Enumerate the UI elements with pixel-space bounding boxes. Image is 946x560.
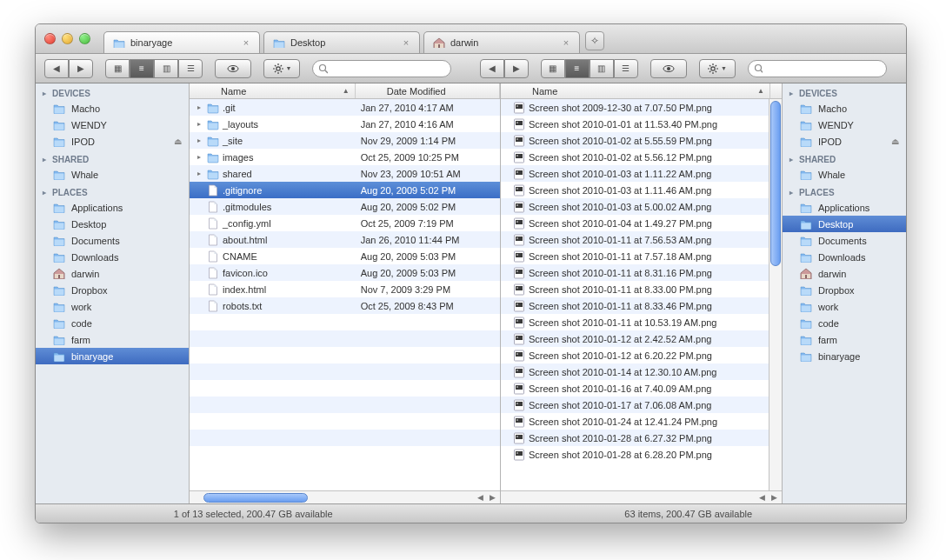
file-row[interactable]: Screen shot 2010-01-04 at 1.49.27 PM.png [501, 215, 769, 231]
search-field-right[interactable] [748, 60, 887, 77]
sidebar-section-places[interactable]: PLACES [36, 183, 189, 199]
file-row[interactable]: Screen shot 2010-01-01 at 11.53.40 PM.pn… [501, 116, 769, 132]
hscroll-left-arrow-right[interactable]: ◀ [756, 492, 768, 503]
column-header-name[interactable]: Name [190, 83, 356, 98]
new-tab-button[interactable]: ✧ [585, 31, 604, 50]
zoom-window-button[interactable] [79, 33, 90, 44]
forward-button[interactable]: ▶ [69, 59, 93, 78]
hscrollbar-left[interactable]: ◀▶ [190, 490, 500, 503]
sidebar-item-wendy[interactable]: WENDY [36, 117, 189, 133]
file-row[interactable]: Screen shot 2010-01-03 at 1.11.46 AM.png [501, 182, 769, 198]
sidebar-item-whale[interactable]: Whale [783, 166, 906, 183]
file-row[interactable]: Screen shot 2010-01-12 at 6.20.22 PM.png [501, 347, 769, 363]
quicklook-button-right[interactable] [650, 59, 687, 78]
sidebar-item-applications[interactable]: Applications [783, 199, 906, 216]
search-input-right[interactable] [766, 63, 880, 74]
file-row[interactable]: Screen shot 2010-01-11 at 8.33.00 PM.png [501, 281, 769, 297]
file-row[interactable]: CNAMEAug 20, 2009 5:03 PM [190, 248, 500, 264]
file-row[interactable]: Screen shot 2010-01-17 at 7.06.08 AM.png [501, 397, 769, 413]
tab-darwin[interactable]: darwin× [423, 31, 580, 53]
file-row[interactable]: Screen shot 2010-01-16 at 7.40.09 AM.png [501, 380, 769, 397]
file-row[interactable]: Screen shot 2010-01-28 at 6.27.32 PM.png [501, 430, 769, 446]
view-list-button-right[interactable]: ≡ [565, 59, 590, 78]
tab-desktop[interactable]: Desktop× [263, 31, 420, 53]
file-row[interactable]: Screen shot 2010-01-02 at 5.55.59 PM.png [501, 132, 769, 149]
file-row[interactable]: favicon.icoAug 20, 2009 5:03 PM [190, 264, 500, 281]
view-coverflow-button[interactable]: ☰ [178, 59, 203, 78]
view-coverflow-button-right[interactable]: ☰ [614, 59, 638, 78]
file-row[interactable]: ▸_siteNov 29, 2009 1:14 PM [190, 132, 500, 149]
sidebar-item-desktop[interactable]: Desktop [36, 216, 189, 232]
file-row[interactable]: Screen shot 2010-01-28 at 6.28.20 PM.png [501, 446, 769, 463]
file-row[interactable]: Screen shot 2010-01-02 at 5.56.12 PM.png [501, 149, 769, 165]
sidebar-item-work[interactable]: work [783, 298, 906, 315]
sidebar-item-binaryage[interactable]: binaryage [783, 348, 906, 364]
file-row[interactable]: Screen shot 2009-12-30 at 7.07.50 PM.png [501, 99, 769, 116]
file-row[interactable]: Screen shot 2010-01-03 at 5.00.02 AM.png [501, 198, 769, 215]
sidebar-item-binaryage[interactable]: binaryage [36, 348, 189, 364]
file-row[interactable]: robots.txtOct 25, 2009 8:43 PM [190, 297, 500, 314]
hscroll-left-arrow[interactable]: ◀ [474, 492, 486, 503]
sidebar-item-work[interactable]: work [36, 298, 189, 315]
sidebar-item-applications[interactable]: Applications [36, 199, 189, 216]
vscroll-thumb[interactable] [770, 101, 781, 266]
eject-icon[interactable]: ⏏ [174, 137, 182, 146]
column-header-date-modified[interactable]: Date Modified [356, 83, 500, 98]
sidebar-item-macho[interactable]: Macho [783, 100, 906, 117]
tab-close-button[interactable]: × [400, 37, 412, 49]
file-row[interactable]: ▸imagesOct 25, 2009 10:25 PM [190, 149, 500, 165]
disclosure-triangle[interactable]: ▸ [195, 120, 203, 128]
view-icons-button-right[interactable]: ▦ [541, 59, 565, 78]
file-row[interactable]: Screen shot 2010-01-11 at 7.56.53 AM.png [501, 231, 769, 248]
hscroll-thumb[interactable] [203, 493, 308, 503]
sidebar-section-devices[interactable]: DEVICES [783, 83, 906, 100]
file-row[interactable]: Screen shot 2010-01-24 at 12.41.24 PM.pn… [501, 413, 769, 430]
disclosure-triangle[interactable]: ▸ [195, 103, 203, 111]
sidebar-item-downloads[interactable]: Downloads [36, 249, 189, 265]
disclosure-triangle[interactable]: ▸ [195, 170, 203, 177]
file-row[interactable]: _config.ymlOct 25, 2009 7:19 PM [190, 215, 500, 231]
sidebar-item-farm[interactable]: farm [783, 331, 906, 348]
file-row[interactable]: .gitignoreAug 20, 2009 5:02 PM [190, 182, 500, 198]
sidebar-item-desktop[interactable]: Desktop [783, 216, 906, 232]
disclosure-triangle[interactable]: ▸ [195, 153, 203, 161]
view-list-button[interactable]: ≡ [130, 59, 154, 78]
file-row[interactable]: ▸.gitJan 27, 2010 4:17 AM [190, 99, 500, 116]
file-row[interactable]: ▸_layoutsJan 27, 2010 4:16 AM [190, 116, 500, 132]
column-header-name[interactable]: Name [501, 83, 770, 98]
file-row[interactable]: Screen shot 2010-01-11 at 10.53.19 AM.pn… [501, 314, 769, 330]
sidebar-section-places[interactable]: PLACES [783, 183, 906, 199]
minimize-window-button[interactable] [62, 33, 73, 44]
hscroll-right-arrow[interactable]: ▶ [486, 492, 498, 503]
search-input-left[interactable] [331, 63, 445, 74]
sidebar-item-ipod[interactable]: IPOD⏏ [783, 133, 906, 150]
tab-close-button[interactable]: × [240, 37, 252, 49]
search-field-left[interactable] [312, 60, 451, 77]
sidebar-section-shared[interactable]: SHARED [36, 150, 189, 166]
quicklook-button[interactable] [215, 59, 251, 78]
sidebar-item-downloads[interactable]: Downloads [783, 249, 906, 265]
file-row[interactable]: Screen shot 2010-01-11 at 8.33.46 PM.png [501, 297, 769, 314]
view-columns-button-right[interactable]: ▥ [590, 59, 614, 78]
tab-close-button[interactable]: × [560, 37, 572, 49]
eject-icon[interactable]: ⏏ [891, 137, 899, 146]
disclosure-triangle[interactable]: ▸ [195, 137, 203, 144]
tab-binaryage[interactable]: binaryage× [103, 31, 260, 53]
file-row[interactable]: index.htmlNov 7, 2009 3:29 PM [190, 281, 500, 297]
sidebar-item-code[interactable]: code [783, 315, 906, 331]
file-row[interactable]: Screen shot 2010-01-14 at 12.30.10 AM.pn… [501, 363, 769, 380]
sidebar-item-farm[interactable]: farm [36, 331, 189, 348]
vscrollbar-right[interactable] [769, 99, 782, 490]
action-menu-button[interactable]: ▼ [263, 59, 300, 78]
forward-button-right[interactable]: ▶ [504, 59, 529, 78]
file-row[interactable]: .gitmodulesAug 20, 2009 5:02 PM [190, 198, 500, 215]
sidebar-item-documents[interactable]: Documents [36, 232, 189, 249]
action-menu-button-right[interactable]: ▼ [699, 59, 736, 78]
hscrollbar-right[interactable]: ◀▶ [501, 490, 782, 503]
sidebar-item-whale[interactable]: Whale [36, 166, 189, 183]
sidebar-section-devices[interactable]: DEVICES [36, 83, 189, 100]
file-row[interactable]: Screen shot 2010-01-12 at 2.42.52 AM.png [501, 330, 769, 347]
view-icons-button[interactable]: ▦ [105, 59, 130, 78]
close-window-button[interactable] [44, 33, 56, 44]
sidebar-item-darwin[interactable]: darwin [36, 265, 189, 282]
